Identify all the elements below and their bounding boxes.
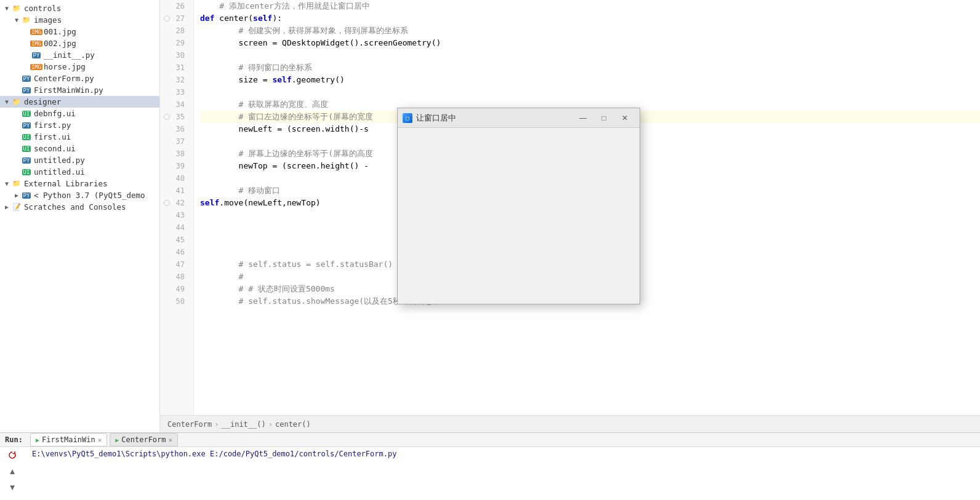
tree-item-label: untitled.ui — [34, 167, 159, 177]
sidebar-item-second-ui[interactable]: UI second.ui — [0, 143, 159, 154]
tree-file-icon: PY — [21, 191, 32, 200]
breadcrumb-bar: CenterForm › __init__() › center() — [160, 415, 980, 432]
line-number-29: 29 — [160, 37, 188, 49]
sidebar-item-external-libs[interactable]: ▼ 📁 External Libraries — [0, 178, 159, 189]
dialog-app-icon: □ — [403, 113, 412, 123]
line-number-26: 26 — [160, 0, 188, 12]
run-tab-close-1[interactable]: ✕ — [98, 436, 102, 444]
breadcrumb-part-1[interactable]: CenterForm — [167, 420, 212, 429]
tree-item-label: first.py — [34, 121, 159, 130]
line-number-45: 45 — [160, 234, 188, 246]
sidebar-item-001jpg[interactable]: IMG 001.jpg — [0, 26, 159, 38]
tree-file-icon: IMG — [31, 28, 42, 36]
tree-item-label: FirstMainWin.py — [34, 85, 159, 95]
breadcrumb-sep-1: › — [214, 420, 219, 429]
sidebar-item-first-ui[interactable]: UI first.ui — [0, 131, 159, 143]
dialog-maximize-button[interactable]: □ — [594, 111, 614, 125]
line-number-50: 50 — [160, 295, 188, 308]
tree-file-icon: UI — [21, 145, 32, 153]
run-scroll-down-button[interactable]: ▼ — [6, 480, 19, 494]
tree-file-icon: 📁 — [11, 180, 22, 188]
main-area: ▼ 📁 controls ▼ 📁 images IMG 001.jpg IMG … — [0, 0, 980, 432]
sidebar-item-firstmainwin-py[interactable]: PY FirstMainWin.py — [0, 84, 159, 96]
tree-item-label: first.ui — [34, 132, 159, 141]
tree-item-label: images — [34, 15, 159, 25]
line-number-40: 40 — [160, 172, 188, 185]
sidebar-item-horse-jpg[interactable]: IMG horse.jpg — [0, 61, 159, 73]
tree-item-label: horse.jpg — [44, 62, 159, 71]
tree-file-icon: PY — [21, 74, 32, 83]
line-number-33: 33 — [160, 86, 188, 98]
line-number-41: 41 — [160, 185, 188, 197]
tree-file-icon: PY — [21, 121, 32, 130]
tree-item-label: Scratches and Consoles — [24, 202, 159, 212]
run-panel: Run: ▶ FirstMainWin ✕ ▶ CenterForm ✕ ▲ ▼ — [0, 432, 980, 500]
run-tab-close-2[interactable]: ✕ — [169, 436, 173, 444]
sidebar-item-designer-folder[interactable]: ▼ 📁 designer — [0, 96, 159, 108]
sidebar-item-python37[interactable]: ▶ PY < Python 3.7 (PyQt5_demo — [0, 189, 159, 201]
dialog-title: 让窗口居中 — [416, 113, 569, 124]
tree-file-icon: PY — [21, 156, 32, 165]
sidebar-item-controls-folder[interactable]: ▼ 📁 controls — [0, 2, 159, 14]
tree-file-icon: UI — [21, 168, 32, 177]
line-number-32: 32 — [160, 74, 188, 86]
dialog-titlebar: □ 让窗口居中 — □ ✕ — [398, 108, 640, 128]
tree-file-icon: IMG — [31, 63, 42, 71]
run-scroll-up-button[interactable]: ▲ — [6, 464, 19, 478]
tree-item-label: debnfg.ui — [34, 109, 159, 118]
sidebar-item-scratches[interactable]: ▶ 📝 Scratches and Consoles — [0, 201, 159, 213]
tree-arrow: ▼ — [2, 180, 11, 187]
tree-file-icon: UI — [21, 109, 32, 118]
sidebar-item-centerform-py[interactable]: PY CenterForm.py — [0, 73, 159, 84]
dialog-content — [398, 128, 640, 304]
line-number-34: 34 — [160, 98, 188, 111]
line-number-30: 30 — [160, 49, 188, 62]
run-stop-button[interactable] — [6, 496, 19, 500]
run-tab-label-2: CenterForm — [121, 435, 166, 444]
dialog-window: □ 让窗口居中 — □ ✕ — [397, 108, 640, 304]
tree-arrow: ▼ — [2, 98, 11, 105]
tree-item-label: controls — [24, 4, 159, 13]
breadcrumb-part-3[interactable]: center() — [275, 420, 311, 429]
run-tab-firstmainwin[interactable]: ▶ FirstMainWin ✕ — [30, 433, 107, 446]
sidebar-item-untitled-py[interactable]: PY untitled.py — [0, 154, 159, 166]
line-number-49: 49 — [160, 283, 188, 295]
sidebar-item-init-py[interactable]: PY __init__.py — [0, 49, 159, 61]
line-number-27: 27 — [160, 12, 188, 25]
line-number-48: 48 — [160, 271, 188, 283]
line-number-46: 46 — [160, 246, 188, 258]
tree-item-label: second.ui — [34, 144, 159, 153]
tree-file-icon: 📁 — [21, 16, 32, 25]
tree-item-label: CenterForm.py — [34, 74, 159, 83]
run-tab-centerform[interactable]: ▶ CenterForm ✕ — [110, 433, 178, 446]
tree-file-icon: 📁 — [11, 98, 22, 106]
dialog-minimize-button[interactable]: — — [573, 111, 593, 125]
run-command-text: E:\venvs\PyQt5_demo1\Scripts\python.exe … — [32, 450, 396, 458]
tree-item-label: untitled.py — [34, 156, 159, 165]
line-number-43: 43 — [160, 209, 188, 221]
sidebar-item-first-py[interactable]: PY first.py — [0, 119, 159, 131]
code-line-26: # 添加center方法，作用就是让窗口居中 — [200, 0, 980, 12]
sidebar-item-images-folder[interactable]: ▼ 📁 images — [0, 14, 159, 26]
tree-file-icon: PY — [31, 51, 42, 60]
sidebar-item-untitled-ui[interactable]: UI untitled.ui — [0, 166, 159, 178]
tree-file-icon: IMG — [31, 39, 42, 48]
line-numbers: 2627282930313233343536373839404142434445… — [160, 0, 194, 415]
tree-item-label: 002.jpg — [44, 39, 159, 48]
code-line-30 — [200, 49, 980, 62]
dialog-window-controls: — □ ✕ — [573, 111, 635, 125]
run-output: E:\venvs\PyQt5_demo1\Scripts\python.exe … — [25, 447, 980, 500]
run-restart-button[interactable] — [6, 448, 19, 462]
line-number-47: 47 — [160, 258, 188, 271]
tree-arrow: ▶ — [2, 204, 11, 210]
run-tab-icon-1: ▶ — [36, 437, 39, 443]
sidebar-item-002jpg[interactable]: IMG 002.jpg — [0, 38, 159, 49]
tree-item-label: External Libraries — [24, 179, 159, 188]
dialog-close-button[interactable]: ✕ — [615, 111, 635, 125]
sidebar-item-debnfg-ui[interactable]: UI debnfg.ui — [0, 108, 159, 119]
tree-item-label: 001.jpg — [44, 27, 159, 36]
code-line-29: screen = QDesktopWidget().screenGeometry… — [200, 37, 980, 49]
tree-arrow: ▼ — [12, 17, 21, 23]
run-tabs-bar: Run: ▶ FirstMainWin ✕ ▶ CenterForm ✕ — [0, 433, 980, 447]
breadcrumb-part-2[interactable]: __init__() — [221, 420, 265, 429]
